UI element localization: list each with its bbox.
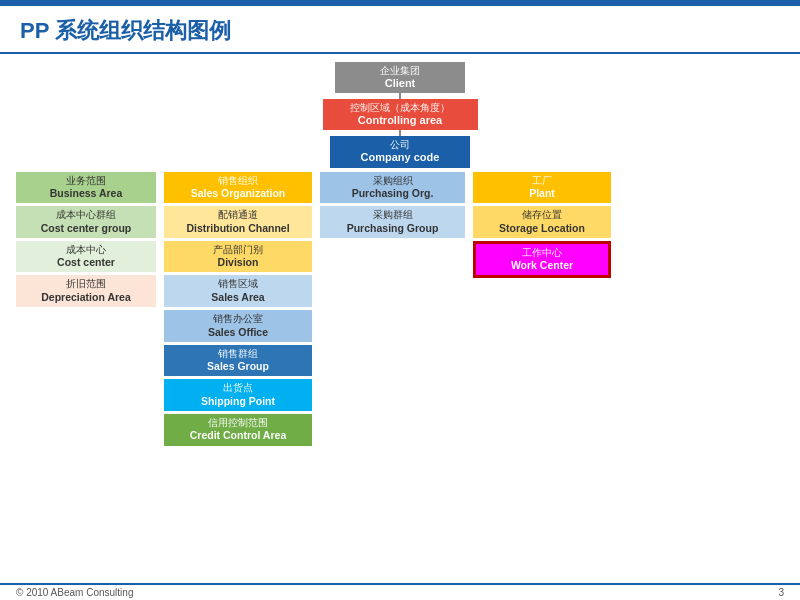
page: PP 系统组织结构图例 企业集团 Client 控制区域（成本角度） Contr… bbox=[0, 0, 800, 600]
controlling-cn: 控制区域（成本角度） bbox=[350, 102, 450, 114]
sales-area-box: 销售区域 Sales Area bbox=[164, 275, 312, 307]
page-title: PP 系统组织结构图例 bbox=[20, 16, 780, 46]
credit-box: 信用控制范围 Credit Control Area bbox=[164, 414, 312, 446]
sales-org-box: 销售组织 Sales Organization bbox=[164, 172, 312, 204]
column-2: 销售组织 Sales Organization 配销通道 Distributio… bbox=[164, 172, 312, 446]
client-en: Client bbox=[385, 77, 416, 90]
title-prefix: PP bbox=[20, 18, 49, 43]
sales-office-box: 销售办公室 Sales Office bbox=[164, 310, 312, 342]
storage-box: 储存位置 Storage Location bbox=[473, 206, 611, 238]
plant-box: 工厂 Plant bbox=[473, 172, 611, 204]
title-text: 系统组织结构图例 bbox=[55, 18, 231, 43]
division-box: 产品部门别 Division bbox=[164, 241, 312, 273]
company-box: 公司 Company code bbox=[330, 136, 470, 167]
footer: © 2010 ABeam Consulting 3 bbox=[0, 583, 800, 600]
client-box: 企业集团 Client bbox=[335, 62, 465, 93]
hierarchy-top: 企业集团 Client 控制区域（成本角度） Controlling area … bbox=[16, 62, 784, 168]
columns-section: 业务范围 Business Area 成本中心群组 Cost center gr… bbox=[16, 172, 784, 446]
column-4: 工厂 Plant 储存位置 Storage Location 工作中心 Work… bbox=[473, 172, 611, 446]
cost-center-group-box: 成本中心群组 Cost center group bbox=[16, 206, 156, 238]
dist-channel-box: 配销通道 Distribution Channel bbox=[164, 206, 312, 238]
copyright: © 2010 ABeam Consulting bbox=[16, 587, 133, 598]
header: PP 系统组织结构图例 bbox=[0, 6, 800, 54]
depreciation-box: 折旧范围 Depreciation Area bbox=[16, 275, 156, 307]
client-cn: 企业集团 bbox=[380, 65, 420, 77]
work-center-box: 工作中心 Work Center bbox=[473, 241, 611, 279]
page-number: 3 bbox=[778, 587, 784, 598]
business-area-box: 业务范围 Business Area bbox=[16, 172, 156, 204]
company-en: Company code bbox=[361, 151, 440, 164]
controlling-en: Controlling area bbox=[358, 114, 442, 127]
purch-org-box: 采购组织 Purchasing Org. bbox=[320, 172, 465, 204]
cost-center-box: 成本中心 Cost center bbox=[16, 241, 156, 273]
main-content: 企业集团 Client 控制区域（成本角度） Controlling area … bbox=[0, 54, 800, 583]
controlling-box: 控制区域（成本角度） Controlling area bbox=[323, 99, 478, 130]
column-1: 业务范围 Business Area 成本中心群组 Cost center gr… bbox=[16, 172, 156, 446]
column-3: 采购组织 Purchasing Org. 采购群组 Purchasing Gro… bbox=[320, 172, 465, 446]
sales-group-box: 销售群组 Sales Group bbox=[164, 345, 312, 377]
company-cn: 公司 bbox=[390, 139, 410, 151]
shipping-box: 出货点 Shipping Point bbox=[164, 379, 312, 411]
purch-group-box: 采购群组 Purchasing Group bbox=[320, 206, 465, 238]
